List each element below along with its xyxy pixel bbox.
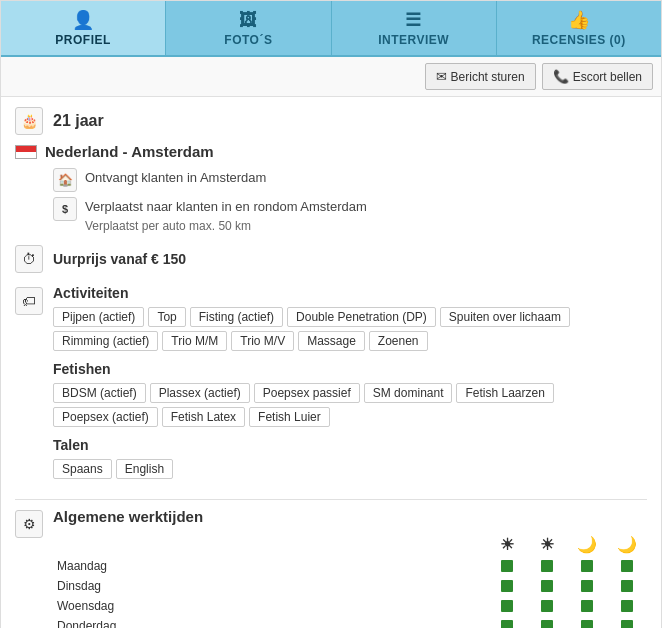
activities-tags: Pijpen (actief)TopFisting (actief)Double…: [53, 307, 647, 351]
language-tag: English: [116, 459, 173, 479]
schedule-slot: [527, 596, 567, 616]
message-icon: ✉: [436, 69, 447, 84]
time-header-1: ☀: [487, 533, 527, 556]
work-hours-section: ⚙ Algemene werktijden ☀ ☀ 🌙 🌙 MaandagDin…: [15, 508, 647, 629]
activity-tag: Trio M/M: [162, 331, 227, 351]
languages-tags: SpaansEnglish: [53, 459, 647, 479]
flag-icon: [15, 145, 37, 159]
fetishes-title: Fetishen: [53, 361, 647, 377]
interview-icon: ☰: [405, 9, 422, 31]
age-row: 🎂 21 jaar: [15, 107, 647, 135]
profiel-icon: 👤: [72, 9, 95, 31]
schedule-slot: [487, 596, 527, 616]
schedule-day: Maandag: [53, 556, 487, 576]
location-row: Nederland - Amsterdam: [15, 143, 647, 160]
schedule-day: Donderdag: [53, 616, 487, 629]
fetish-tag: BDSM (actief): [53, 383, 146, 403]
activity-tag: Pijpen (actief): [53, 307, 144, 327]
schedule-slot: [567, 596, 607, 616]
time-header-4: 🌙: [607, 533, 647, 556]
call-label: Escort bellen: [573, 70, 642, 84]
main-container: 👤 PROFIEL 🖼 FOTO´S ☰ INTERVIEW 👍 RECENSI…: [0, 0, 662, 628]
activities-section: 🏷 Activiteiten Pijpen (actief)TopFisting…: [15, 285, 647, 489]
tab-recensies-label: RECENSIES (0): [532, 33, 626, 47]
language-tag: Spaans: [53, 459, 112, 479]
tab-interview-label: INTERVIEW: [378, 33, 449, 47]
activity-tag: Massage: [298, 331, 365, 351]
call-button[interactable]: 📞 Escort bellen: [542, 63, 653, 90]
loc-detail-1: 🏠 Ontvangt klanten in Amsterdam: [53, 168, 647, 192]
recensies-icon: 👍: [568, 9, 591, 31]
age-text: 21 jaar: [53, 112, 104, 130]
divider: [15, 499, 647, 500]
fetish-tag: Fetish Luier: [249, 407, 330, 427]
time-header-3: 🌙: [567, 533, 607, 556]
action-bar: ✉ Bericht sturen 📞 Escort bellen: [1, 57, 661, 97]
profile-content: 🎂 21 jaar Nederland - Amsterdam 🏠 Ontvan…: [1, 97, 661, 628]
schedule-slot: [567, 576, 607, 596]
price-row: ⏱ Uurprijs vanaf € 150: [15, 245, 647, 273]
schedule-row: Donderdag: [53, 616, 647, 629]
tab-fotos[interactable]: 🖼 FOTO´S: [166, 1, 331, 55]
tab-interview[interactable]: ☰ INTERVIEW: [332, 1, 497, 55]
activity-tag: Double Penetration (DP): [287, 307, 436, 327]
work-hours-content: Algemene werktijden ☀ ☀ 🌙 🌙 MaandagDinsd…: [53, 508, 647, 629]
loc-detail-1-text: Ontvangt klanten in Amsterdam: [85, 168, 266, 188]
schedule-row: Dinsdag: [53, 576, 647, 596]
schedule-slot: [607, 616, 647, 629]
fetish-tag: Plassex (actief): [150, 383, 250, 403]
message-button[interactable]: ✉ Bericht sturen: [425, 63, 536, 90]
age-icon: 🎂: [15, 107, 43, 135]
location-text: Nederland - Amsterdam: [45, 143, 214, 160]
schedule-icon: ⚙: [15, 510, 43, 538]
schedule-slot: [527, 556, 567, 576]
tab-recensies[interactable]: 👍 RECENSIES (0): [497, 1, 661, 55]
activities-icon: 🏷: [15, 287, 43, 315]
schedule-slot: [567, 616, 607, 629]
message-label: Bericht sturen: [451, 70, 525, 84]
languages-title: Talen: [53, 437, 647, 453]
fetish-tag: Poepsex passief: [254, 383, 360, 403]
activity-tag: Zoenen: [369, 331, 428, 351]
schedule-day: Dinsdag: [53, 576, 487, 596]
tab-profiel[interactable]: 👤 PROFIEL: [1, 1, 166, 55]
fetish-tag: Poepsex (actief): [53, 407, 158, 427]
activity-tag: Top: [148, 307, 185, 327]
activity-tag: Rimming (actief): [53, 331, 158, 351]
activity-tag: Spuiten over lichaam: [440, 307, 570, 327]
loc-detail-2: $ Verplaatst naar klanten in en rondom A…: [53, 197, 647, 235]
day-column-header: [53, 533, 487, 556]
location-details: 🏠 Ontvangt klanten in Amsterdam $ Verpla…: [53, 168, 647, 235]
schedule-day: Woensdag: [53, 596, 487, 616]
price-text: Uurprijs vanaf € 150: [53, 251, 186, 267]
fotos-icon: 🖼: [239, 10, 258, 31]
loc-detail-2-sub: Verplaatst per auto max. 50 km: [85, 217, 367, 235]
fetish-tag: Fetish Latex: [162, 407, 245, 427]
schedule-slot: [607, 556, 647, 576]
work-hours-title: Algemene werktijden: [53, 508, 647, 525]
schedule-slot: [527, 616, 567, 629]
price-icon: ⏱: [15, 245, 43, 273]
fetish-tag: Fetish Laarzen: [456, 383, 553, 403]
schedule-slot: [607, 596, 647, 616]
schedule-slot: [487, 556, 527, 576]
activities-content: Activiteiten Pijpen (actief)TopFisting (…: [53, 285, 647, 489]
tab-profiel-label: PROFIEL: [55, 33, 111, 47]
schedule-slot: [527, 576, 567, 596]
schedule-slot: [607, 576, 647, 596]
time-header-2: ☀: [527, 533, 567, 556]
home-icon: 🏠: [53, 168, 77, 192]
schedule-slot: [567, 556, 607, 576]
tab-bar: 👤 PROFIEL 🖼 FOTO´S ☰ INTERVIEW 👍 RECENSI…: [1, 1, 661, 57]
travel-icon: $: [53, 197, 77, 221]
schedule-slot: [487, 576, 527, 596]
schedule-row: Maandag: [53, 556, 647, 576]
schedule-slot: [487, 616, 527, 629]
tab-fotos-label: FOTO´S: [224, 33, 272, 47]
loc-detail-2-text: Verplaatst naar klanten in en rondom Ams…: [85, 197, 367, 235]
activity-tag: Trio M/V: [231, 331, 294, 351]
call-icon: 📞: [553, 69, 569, 84]
schedule-row: Woensdag: [53, 596, 647, 616]
activities-title: Activiteiten: [53, 285, 647, 301]
schedule-table: ☀ ☀ 🌙 🌙 MaandagDinsdagWoensdagDonderdagV…: [53, 533, 647, 629]
